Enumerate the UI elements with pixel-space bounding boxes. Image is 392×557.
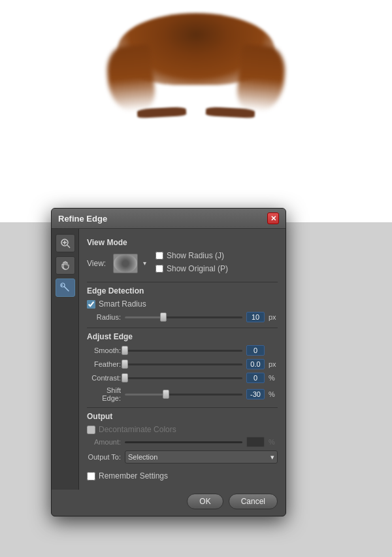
show-radius-label[interactable]: Show Radius (J) — [167, 251, 224, 260]
edge-detection-label: Edge Detection — [87, 286, 278, 295]
output-to-row: Output To: Selection ▾ — [87, 450, 278, 464]
divider-2 — [87, 328, 278, 328]
show-original-row: Show Original (P) — [155, 264, 228, 273]
remember-settings-checkbox[interactable] — [87, 472, 95, 481]
dialog-footer: OK Cancel — [52, 490, 286, 516]
view-row: View: ▾ Show Radius (J) Show Origina — [87, 251, 278, 275]
remember-settings-label[interactable]: Remember Settings — [99, 471, 168, 481]
amount-label: Amount: — [87, 438, 121, 446]
smooth-slider-row: Smooth: 0 — [87, 345, 278, 356]
canvas-area — [0, 0, 392, 222]
view-dropdown-arrow[interactable]: ▾ — [143, 260, 146, 267]
smooth-slider-container — [125, 346, 242, 355]
radius-slider-row: Radius: 10 px — [87, 312, 278, 322]
adjust-edge-label: Adjust Edge — [87, 332, 278, 341]
cancel-button[interactable]: Cancel — [229, 494, 278, 509]
view-thumbnail[interactable] — [113, 254, 138, 273]
contrast-slider-row: Contrast: 0 % — [87, 373, 278, 383]
thumbnail-image — [114, 254, 137, 273]
feather-label: Feather: — [87, 360, 121, 368]
output-to-label: Output To: — [87, 453, 121, 461]
adjust-edge-section: Adjust Edge Smooth: 0 Feat — [87, 332, 278, 402]
smart-radius-label[interactable]: Smart Radius — [99, 299, 146, 309]
left-toolbar — [52, 229, 79, 490]
hair-right — [236, 44, 287, 113]
show-radius-row: Show Radius (J) — [155, 251, 228, 260]
contrast-unit: % — [269, 374, 278, 382]
radius-slider-thumb[interactable] — [160, 312, 167, 322]
svg-line-1 — [67, 245, 70, 248]
shift-edge-slider-track — [125, 394, 242, 396]
shift-edge-slider-row: Shift Edge: -30 % — [87, 386, 278, 402]
shift-edge-slider-fill — [125, 394, 166, 396]
close-button[interactable]: ✕ — [267, 212, 279, 224]
output-to-arrow-icon: ▾ — [270, 453, 274, 462]
contrast-slider-track — [125, 377, 242, 379]
brush-tool-button[interactable] — [56, 278, 75, 297]
radius-label: Radius: — [87, 313, 121, 321]
show-radius-checkbox[interactable] — [155, 252, 163, 260]
contrast-label: Contrast: — [87, 374, 121, 382]
view-mode-label: View Mode — [87, 238, 278, 247]
svg-point-5 — [61, 284, 63, 286]
radius-unit: px — [269, 313, 278, 321]
shift-edge-slider-thumb[interactable] — [163, 390, 169, 399]
output-to-value: Selection — [128, 453, 157, 461]
remember-settings-row: Remember Settings — [87, 469, 278, 483]
amount-slider-track-disabled — [125, 441, 242, 443]
shift-edge-slider-container — [125, 390, 242, 399]
amount-unit: % — [269, 438, 278, 446]
edge-detection-section: Edge Detection Smart Radius Radius: 10 — [87, 286, 278, 322]
feather-slider-row: Feather: 0.0 px — [87, 359, 278, 369]
zoom-tool-button[interactable] — [56, 234, 75, 252]
refine-edge-dialog: Refine Edge ✕ — [51, 208, 286, 516]
decontaminate-checkbox[interactable] — [87, 426, 95, 434]
smooth-label: Smooth: — [87, 346, 121, 354]
smooth-value[interactable]: 0 — [246, 345, 265, 356]
amount-slider-container — [125, 437, 242, 447]
contrast-value[interactable]: 0 — [246, 373, 265, 383]
view-text-label: View: — [87, 259, 108, 268]
decontaminate-row: Decontaminate Colors — [87, 425, 278, 434]
dialog-body: View Mode View: ▾ Show Radius (J) — [52, 229, 286, 490]
feather-slider-thumb[interactable] — [122, 360, 128, 369]
shift-edge-label: Shift Edge: — [87, 386, 121, 402]
smart-radius-row: Smart Radius — [87, 299, 278, 309]
show-original-checkbox[interactable] — [155, 265, 163, 273]
shift-edge-unit: % — [269, 390, 278, 398]
view-mode-section: View Mode View: ▾ Show Radius (J) — [87, 238, 278, 275]
face-image — [98, 7, 294, 216]
dialog-title: Refine Edge — [58, 214, 107, 224]
main-content: View Mode View: ▾ Show Radius (J) — [79, 229, 286, 490]
output-section: Output Decontaminate Colors Amount: % — [87, 412, 278, 464]
amount-value — [246, 437, 265, 447]
amount-slider-row: Amount: % — [87, 437, 278, 447]
shift-edge-value[interactable]: -30 — [246, 389, 265, 399]
hand-tool-button[interactable] — [56, 256, 75, 275]
output-label: Output — [87, 412, 278, 421]
dialog-titlebar: Refine Edge ✕ — [52, 209, 286, 229]
divider-1 — [87, 282, 278, 282]
decontaminate-label: Decontaminate Colors — [99, 425, 176, 434]
smooth-slider-thumb[interactable] — [122, 346, 128, 355]
divider-3 — [87, 407, 278, 408]
radius-value[interactable]: 10 — [246, 312, 265, 322]
feather-slider-track — [125, 363, 242, 365]
feather-slider-container — [125, 360, 242, 369]
smooth-slider-track — [125, 350, 242, 352]
feather-unit: px — [269, 360, 278, 368]
show-original-label[interactable]: Show Original (P) — [167, 264, 228, 273]
radius-slider-container — [125, 312, 242, 322]
output-to-dropdown[interactable]: Selection ▾ — [125, 450, 278, 464]
radius-slider-fill — [125, 316, 163, 318]
feather-value[interactable]: 0.0 — [246, 359, 265, 369]
contrast-slider-thumb[interactable] — [122, 373, 128, 382]
contrast-slider-container — [125, 373, 242, 382]
hair-left — [105, 44, 156, 113]
smart-radius-checkbox[interactable] — [87, 300, 95, 309]
ok-button[interactable]: OK — [187, 494, 223, 509]
radius-slider-track — [125, 316, 242, 318]
